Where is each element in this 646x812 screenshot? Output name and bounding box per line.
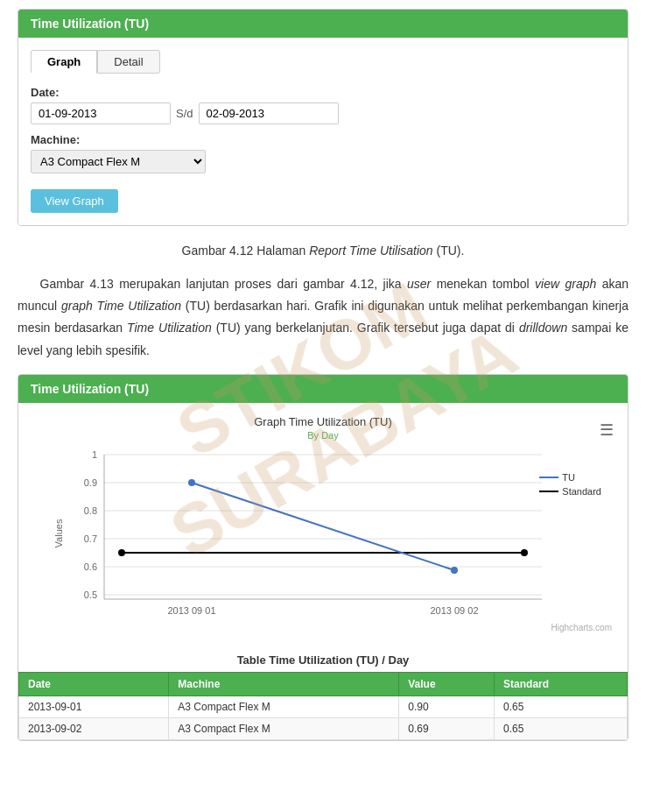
svg-point-19 [188,479,195,486]
tab-bar: Graph Detail [31,50,615,74]
chart-subtitle: By Day [27,430,619,441]
sd-separator: S/d [176,107,193,120]
cell-standard: 0.65 [495,717,628,739]
svg-text:0.6: 0.6 [84,561,97,572]
table-row: 2013-09-01A3 Compact Flex M0.900.65 [19,695,628,717]
chart-legend: TU Standard [539,472,601,497]
figure-caption-1: Gambar 4.12 Halaman Report Time Utilisat… [18,244,628,258]
cell-standard: 0.65 [495,695,628,717]
svg-text:0.8: 0.8 [84,505,97,516]
svg-point-17 [521,549,528,556]
cell-date: 2013-09-01 [19,695,169,717]
machine-row: Machine: A3 Compact Flex M [31,133,615,173]
svg-text:2013 09 01: 2013 09 01 [167,605,215,616]
data-table: Date Machine Value Standard 2013-09-01A3… [18,672,628,740]
panel-body-1: Graph Detail Date: S/d Machine: A3 Compa… [18,38,628,225]
cell-machine: A3 Compact Flex M [169,717,399,739]
svg-text:Values: Values [53,519,64,547]
svg-text:0.9: 0.9 [84,477,97,488]
legend-tu-line [539,477,558,478]
legend-std-line [539,491,558,492]
view-graph-button[interactable]: View Graph [31,189,118,213]
svg-text:2013 09 02: 2013 09 02 [430,605,478,616]
table-header-row: Date Machine Value Standard [19,672,628,695]
date-row: Date: S/d [31,86,615,124]
chart-title: Graph Time Utilization (TU) [27,415,619,428]
legend-std-label: Standard [562,486,601,497]
legend-tu: TU [539,472,601,483]
chart-svg-wrapper: 1 0.9 0.8 0.7 0.6 0.5 Values 2013 09 01 … [27,446,619,621]
table-row: 2013-09-02A3 Compact Flex M0.690.65 [19,717,628,739]
cell-machine: A3 Compact Flex M [169,695,399,717]
chart-container: Graph Time Utilization (TU) By Day ☰ [18,412,628,645]
chart-menu-icon[interactable]: ☰ [600,420,614,440]
legend-standard: Standard [539,486,601,497]
svg-text:0.5: 0.5 [84,590,97,600]
svg-point-20 [451,567,458,574]
machine-label: Machine: [31,133,615,146]
table-title: Table Time Utilization (TU) / Day [18,653,628,667]
col-machine: Machine [169,672,399,695]
tab-graph[interactable]: Graph [31,50,97,74]
body-paragraph-1: Gambar 4.13 merupakan lanjutan proses da… [18,273,628,362]
time-utilization-panel-2: Time Utilization (TU) Graph Time Utiliza… [18,374,628,741]
date-from-input[interactable] [31,102,171,124]
machine-select[interactable]: A3 Compact Flex M [31,150,206,173]
date-to-input[interactable] [199,102,339,124]
cell-date: 2013-09-02 [19,717,169,739]
col-value: Value [399,672,495,695]
chart-body: Graph Time Utilization (TU) By Day ☰ [18,403,628,740]
time-utilization-panel-1: Time Utilization (TU) Graph Detail Date:… [18,9,628,226]
svg-point-16 [118,549,125,556]
col-date: Date [19,672,169,695]
cell-value: 0.69 [399,717,495,739]
panel-header-1: Time Utilization (TU) [18,10,628,38]
panel-header-2: Time Utilization (TU) [18,375,628,403]
svg-line-18 [192,483,454,570]
highcharts-credit: Highcharts.com [27,621,619,636]
chart-svg: 1 0.9 0.8 0.7 0.6 0.5 Values 2013 09 01 … [52,446,594,621]
svg-text:0.7: 0.7 [84,533,97,544]
tab-detail[interactable]: Detail [97,50,159,74]
legend-tu-label: TU [562,472,575,483]
date-label: Date: [31,86,615,99]
col-standard: Standard [495,672,628,695]
cell-value: 0.90 [399,695,495,717]
svg-text:1: 1 [92,449,97,460]
